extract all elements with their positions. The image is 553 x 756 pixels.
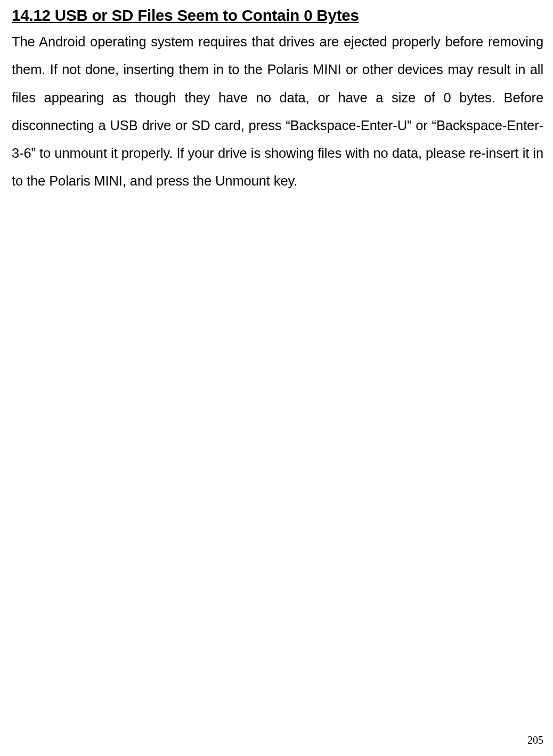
- page-number: 205: [527, 734, 543, 746]
- section-body: The Android operating system requires th…: [12, 28, 543, 195]
- section-heading: 14.12 USB or SD Files Seem to Contain 0 …: [12, 6, 543, 25]
